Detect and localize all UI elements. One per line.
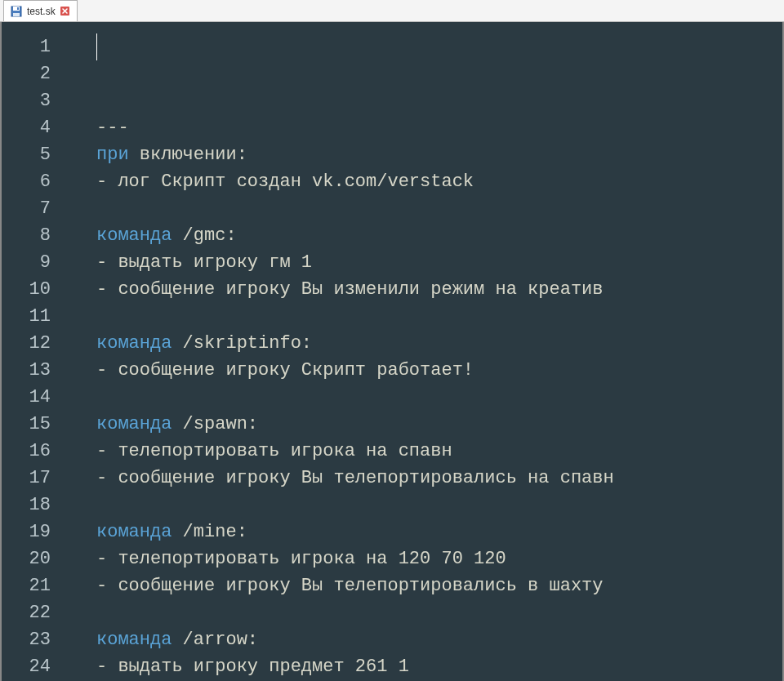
code-token: /arrow: bbox=[172, 630, 258, 650]
text-cursor bbox=[96, 33, 98, 60]
line-number: 2 bbox=[2, 60, 51, 87]
disk-icon bbox=[11, 6, 22, 17]
code-line[interactable]: - телепортировать игрока на спавн bbox=[96, 438, 782, 465]
code-line[interactable]: команда /gmc: bbox=[96, 222, 782, 249]
line-number: 13 bbox=[2, 357, 51, 384]
line-number: 20 bbox=[2, 545, 51, 572]
code-line[interactable]: --- bbox=[96, 114, 782, 141]
line-number: 24 bbox=[2, 653, 51, 680]
code-line[interactable]: - выдать игроку гм 1 bbox=[96, 249, 782, 276]
code-token: - сообщение игроку Вы телепортировались … bbox=[96, 468, 614, 488]
line-number: 4 bbox=[2, 114, 51, 141]
file-tab[interactable]: test.sk bbox=[3, 0, 78, 21]
code-token: - выдать игроку предмет 261 1 bbox=[96, 657, 409, 677]
code-token: - телепортировать игрока на спавн bbox=[96, 441, 452, 461]
line-number: 18 bbox=[2, 492, 51, 519]
line-number: 11 bbox=[2, 303, 51, 330]
code-line[interactable]: - сообщение игроку Скрипт работает! bbox=[96, 357, 782, 384]
line-number: 17 bbox=[2, 465, 51, 492]
code-line[interactable] bbox=[96, 303, 782, 330]
code-line[interactable]: команда /arrow: bbox=[96, 626, 782, 653]
line-number: 23 bbox=[2, 626, 51, 653]
line-number: 5 bbox=[2, 141, 51, 168]
code-token: - сообщение игроку Скрипт работает! bbox=[96, 360, 474, 381]
code-editor[interactable]: 123456789101112131415161718192021222324 … bbox=[0, 22, 784, 681]
code-line[interactable]: команда /skriptinfo: bbox=[96, 330, 782, 357]
line-number: 7 bbox=[2, 195, 51, 222]
code-line[interactable]: команда /spawn: bbox=[96, 411, 782, 438]
line-number: 8 bbox=[2, 222, 51, 249]
code-token: - сообщение игроку Вы изменили режим на … bbox=[96, 279, 604, 300]
line-number: 1 bbox=[2, 33, 51, 60]
code-token: /gmc: bbox=[172, 225, 236, 246]
line-number: 15 bbox=[2, 411, 51, 438]
line-number: 22 bbox=[2, 599, 51, 626]
line-number: 9 bbox=[2, 249, 51, 276]
line-number: 14 bbox=[2, 384, 51, 411]
code-token: - сообщение игроку Вы телепортировались … bbox=[96, 576, 604, 596]
svg-rect-3 bbox=[17, 7, 19, 10]
code-token: команда bbox=[96, 522, 172, 542]
line-number: 16 bbox=[2, 438, 51, 465]
code-line[interactable]: - сообщение игроку Вы телепортировались … bbox=[96, 572, 782, 599]
code-area[interactable]: ---при включении:- лог Скрипт создан vk.… bbox=[65, 22, 782, 681]
line-number: 6 bbox=[2, 168, 51, 195]
code-token: --- bbox=[96, 118, 129, 138]
code-token: при bbox=[96, 145, 129, 165]
code-token: команда bbox=[96, 414, 172, 434]
code-line[interactable]: - выдать игроку предмет 261 1 bbox=[96, 653, 782, 680]
line-number: 21 bbox=[2, 572, 51, 599]
code-line[interactable]: - лог Скрипт создан vk.com/verstack bbox=[96, 168, 782, 195]
code-line[interactable] bbox=[96, 195, 782, 222]
line-number: 10 bbox=[2, 276, 51, 303]
svg-rect-2 bbox=[13, 13, 20, 16]
tab-filename: test.sk bbox=[27, 6, 56, 17]
code-token: включении: bbox=[129, 145, 247, 165]
line-number: 12 bbox=[2, 330, 51, 357]
code-line[interactable]: - сообщение игроку Вы телепортировались … bbox=[96, 465, 782, 492]
code-token: команда bbox=[96, 630, 172, 650]
code-token: команда bbox=[96, 333, 172, 354]
code-line[interactable] bbox=[96, 599, 782, 626]
code-token: /skriptinfo: bbox=[172, 333, 312, 354]
code-line[interactable] bbox=[96, 492, 782, 519]
line-number: 19 bbox=[2, 519, 51, 545]
line-number-gutter: 123456789101112131415161718192021222324 bbox=[2, 22, 65, 681]
line-number: 3 bbox=[2, 87, 51, 114]
code-token: /mine: bbox=[172, 522, 247, 542]
tab-bar: test.sk bbox=[0, 0, 784, 22]
code-line[interactable]: - телепортировать игрока на 120 70 120 bbox=[96, 545, 782, 572]
code-token: команда bbox=[96, 225, 172, 246]
code-token: - выдать игроку гм 1 bbox=[96, 252, 312, 273]
code-token: - лог Скрипт создан vk.com/verstack bbox=[96, 171, 474, 192]
close-icon[interactable] bbox=[60, 7, 70, 16]
code-line[interactable] bbox=[96, 384, 782, 411]
code-token: /spawn: bbox=[172, 414, 258, 434]
code-token: - телепортировать игрока на 120 70 120 bbox=[96, 549, 506, 569]
code-line[interactable]: - сообщение игроку Вы изменили режим на … bbox=[96, 276, 782, 303]
code-line[interactable]: при включении: bbox=[96, 141, 782, 168]
code-line[interactable]: команда /mine: bbox=[96, 519, 782, 545]
